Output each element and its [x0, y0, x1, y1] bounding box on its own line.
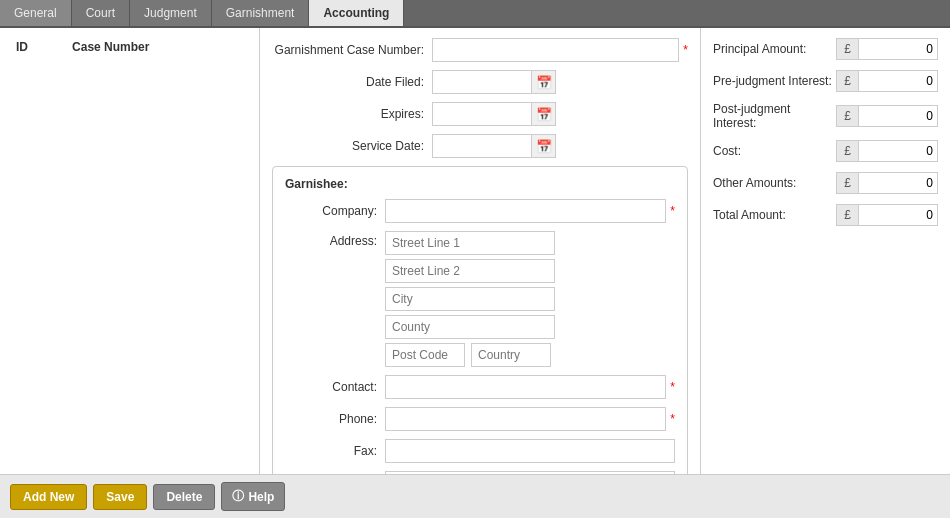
date-filed-calendar-button[interactable]: 📅: [532, 70, 556, 94]
service-date-row: Service Date: 📅: [272, 134, 688, 158]
phone-input[interactable]: [385, 407, 666, 431]
principal-amount-label: Principal Amount:: [713, 42, 836, 56]
company-required-star: *: [670, 204, 675, 218]
garnishee-box: Garnishee: Company: * Address:: [272, 166, 688, 474]
prejudgment-input[interactable]: [858, 70, 938, 92]
phone-row: Phone: *: [285, 407, 675, 431]
other-amounts-input[interactable]: [858, 172, 938, 194]
garnishment-case-number-row: Garnishment Case Number: *: [272, 38, 688, 62]
expires-row: Expires: 📅: [272, 102, 688, 126]
phone-required-star: *: [670, 412, 675, 426]
total-currency: £: [836, 204, 858, 226]
tab-accounting[interactable]: Accounting: [309, 0, 404, 26]
garnishment-case-number-label: Garnishment Case Number:: [272, 43, 432, 57]
case-number-column-header: Case Number: [64, 36, 251, 58]
prejudgment-currency: £: [836, 70, 858, 92]
service-date-wrapper: 📅: [432, 134, 556, 158]
fax-input[interactable]: [385, 439, 675, 463]
postcode-input[interactable]: [385, 343, 465, 367]
right-panel: Principal Amount: £ Pre-judgment Interes…: [700, 28, 950, 474]
date-filed-row: Date Filed: 📅: [272, 70, 688, 94]
total-amount-label: Total Amount:: [713, 208, 836, 222]
help-icon: ⓘ: [232, 488, 244, 505]
street1-input[interactable]: [385, 231, 555, 255]
total-amount-input[interactable]: [858, 204, 938, 226]
company-label: Company:: [285, 204, 385, 218]
principal-currency: £: [836, 38, 858, 60]
tab-general[interactable]: General: [0, 0, 72, 26]
company-row: Company: *: [285, 199, 675, 223]
country-input[interactable]: [471, 343, 551, 367]
prejudgment-row: Pre-judgment Interest: £: [713, 70, 938, 92]
postjudgment-currency: £: [836, 105, 858, 127]
id-column-header: ID: [8, 36, 64, 58]
email-input[interactable]: [385, 471, 675, 474]
main-content: ID Case Number Garnishment Case Number: …: [0, 28, 950, 474]
email-row: Email:: [285, 471, 675, 474]
delete-button[interactable]: Delete: [153, 484, 215, 510]
help-button[interactable]: ⓘ Help: [221, 482, 285, 511]
service-date-calendar-button[interactable]: 📅: [532, 134, 556, 158]
expires-input[interactable]: [432, 102, 532, 126]
contact-input[interactable]: [385, 375, 666, 399]
contact-required-star: *: [670, 380, 675, 394]
cost-input[interactable]: [858, 140, 938, 162]
tab-bar: General Court Judgment Garnishment Accou…: [0, 0, 950, 28]
help-label: Help: [248, 490, 274, 504]
fax-row: Fax:: [285, 439, 675, 463]
cost-label: Cost:: [713, 144, 836, 158]
service-date-label: Service Date:: [272, 139, 432, 153]
postjudgment-row: Post-judgment Interest: £: [713, 102, 938, 130]
principal-amount-row: Principal Amount: £: [713, 38, 938, 60]
tab-judgment[interactable]: Judgment: [130, 0, 212, 26]
contact-row: Contact: *: [285, 375, 675, 399]
address-row: Address:: [285, 231, 675, 367]
county-input[interactable]: [385, 315, 555, 339]
save-button[interactable]: Save: [93, 484, 147, 510]
add-new-button[interactable]: Add New: [10, 484, 87, 510]
expires-wrapper: 📅: [432, 102, 556, 126]
company-input[interactable]: [385, 199, 666, 223]
expires-label: Expires:: [272, 107, 432, 121]
id-case-table: ID Case Number: [8, 36, 251, 58]
prejudgment-label: Pre-judgment Interest:: [713, 74, 836, 88]
other-amounts-row: Other Amounts: £: [713, 172, 938, 194]
date-filed-wrapper: 📅: [432, 70, 556, 94]
date-filed-input[interactable]: [432, 70, 532, 94]
postjudgment-input[interactable]: [858, 105, 938, 127]
postjudgment-label: Post-judgment Interest:: [713, 102, 836, 130]
left-panel: ID Case Number: [0, 28, 260, 474]
phone-label: Phone:: [285, 412, 385, 426]
principal-amount-input[interactable]: [858, 38, 938, 60]
other-amounts-label: Other Amounts:: [713, 176, 836, 190]
date-filed-label: Date Filed:: [272, 75, 432, 89]
other-currency: £: [836, 172, 858, 194]
tab-garnishment[interactable]: Garnishment: [212, 0, 310, 26]
tab-court[interactable]: Court: [72, 0, 130, 26]
address-block: [385, 231, 555, 367]
expires-calendar-button[interactable]: 📅: [532, 102, 556, 126]
cost-row: Cost: £: [713, 140, 938, 162]
center-panel: Garnishment Case Number: * Date Filed: 📅…: [260, 28, 700, 474]
cost-currency: £: [836, 140, 858, 162]
garnishment-case-number-input[interactable]: [432, 38, 679, 62]
contact-label: Contact:: [285, 380, 385, 394]
city-input[interactable]: [385, 287, 555, 311]
service-date-input[interactable]: [432, 134, 532, 158]
required-star: *: [683, 43, 688, 57]
toolbar: Add New Save Delete ⓘ Help: [0, 474, 950, 518]
street2-input[interactable]: [385, 259, 555, 283]
address-label: Address:: [285, 231, 385, 248]
total-amount-row: Total Amount: £: [713, 204, 938, 226]
garnishee-title: Garnishee:: [285, 177, 675, 191]
fax-label: Fax:: [285, 444, 385, 458]
postcode-country-row: [385, 343, 555, 367]
